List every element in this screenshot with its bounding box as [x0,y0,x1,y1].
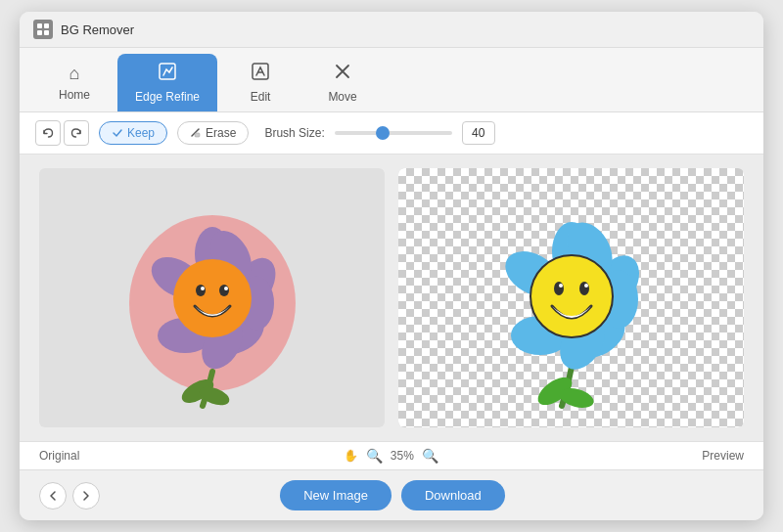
erase-button[interactable]: Erase [177,121,249,145]
zoom-value: 35% [391,449,414,463]
nav-item-edge-refine[interactable]: Edge Refine [117,54,217,111]
title-bar: BG Remover [20,12,763,48]
zoom-out-icon[interactable]: 🔍 [366,448,383,464]
svg-point-22 [224,287,228,290]
svg-point-21 [201,287,205,290]
preview-panel[interactable] [398,168,744,427]
action-buttons: New Image Download [280,480,505,510]
nav-label-edit: Edit [251,90,271,104]
original-panel[interactable] [39,168,385,427]
original-label: Original [39,449,79,463]
nav-label-edge-refine: Edge Refine [135,90,200,104]
toolbar: Keep Erase Brush Size: 40 [20,112,763,155]
nav-bar: ⌂ Home Edge Refine Edit [20,48,763,112]
svg-rect-0 [37,23,42,28]
app-window: BG Remover ⌂ Home Edge Refine [20,12,763,520]
edit-icon [251,62,270,86]
svg-rect-6 [195,133,200,137]
undo-button[interactable] [35,120,61,146]
svg-rect-1 [44,23,49,28]
bottom-bar: New Image Download [20,469,763,520]
hand-icon: ✋ [344,449,358,463]
download-button[interactable]: Download [401,480,505,510]
preview-label: Preview [702,449,744,463]
svg-point-37 [584,284,588,288]
nav-item-home[interactable]: ⌂ Home [35,56,114,110]
brush-size-value: 40 [462,121,495,145]
svg-point-36 [559,284,563,288]
svg-rect-3 [44,30,49,35]
brush-size-label: Brush Size: [264,126,324,140]
nav-arrows [39,482,100,510]
svg-point-19 [196,285,206,296]
svg-point-34 [554,282,564,295]
move-icon [333,62,352,86]
status-bar: Original ✋ 🔍 35% 🔍 Preview [20,441,763,469]
new-image-button[interactable]: New Image [280,480,392,510]
svg-point-18 [173,259,252,337]
redo-button[interactable] [64,120,89,146]
prev-button[interactable] [39,482,67,510]
home-icon: ⌂ [69,64,80,84]
svg-rect-2 [37,30,42,35]
nav-label-home: Home [59,88,90,102]
undo-redo-group [35,120,89,146]
svg-point-20 [219,285,229,296]
edge-refine-icon [158,62,177,86]
next-button[interactable] [72,482,100,510]
preview-flower-svg [464,181,679,416]
zoom-in-icon[interactable]: 🔍 [422,448,438,464]
zoom-controls: ✋ 🔍 35% 🔍 [79,448,702,464]
brush-size-slider[interactable] [335,131,452,135]
nav-item-edit[interactable]: Edit [221,54,299,111]
keep-button[interactable]: Keep [99,121,167,145]
nav-label-move: Move [328,90,356,104]
app-icon [33,20,53,39]
original-flower-svg [105,181,320,416]
nav-item-move[interactable]: Move [303,54,382,111]
app-title: BG Remover [61,22,134,37]
svg-point-35 [579,282,589,295]
canvas-area [20,155,763,441]
